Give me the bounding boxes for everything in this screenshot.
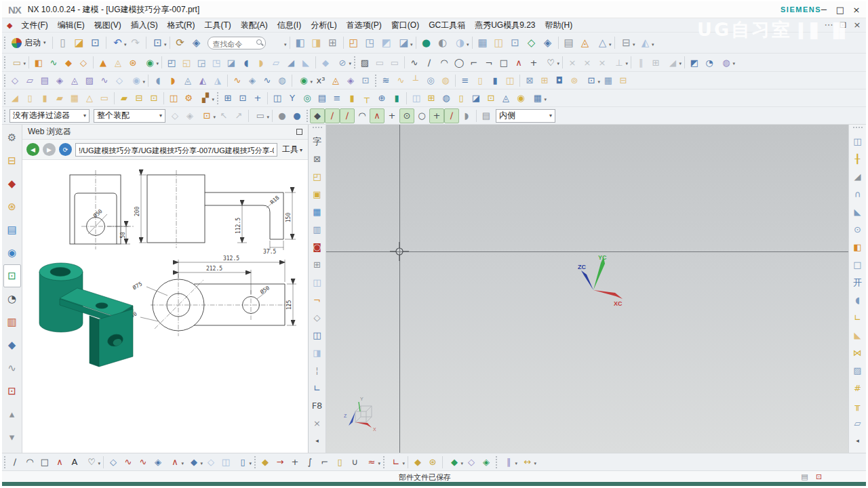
toolbar-icon[interactable]: + [288,455,302,470]
save-icon[interactable]: ⊡ [87,35,104,51]
expression-icon[interactable]: x³ [313,73,328,88]
toolbar-icon[interactable]: ⊟ [616,73,631,88]
back-button[interactable]: ◀ [26,143,39,156]
toolbar-icon[interactable]: ◫ [166,91,181,106]
toolbar-icon[interactable]: ≡ [458,73,473,88]
toolbar-icon[interactable]: ▭ [372,55,387,70]
toolbar-icon[interactable]: ◈ [151,455,165,470]
toolbar-icon[interactable]: ◇ [167,108,182,123]
toolbar-icon[interactable]: ◬ [498,91,513,106]
toolbar-icon[interactable]: ◬ [111,55,125,70]
toolbar-icon[interactable]: ◧ [850,238,865,256]
sketch-axis-icon[interactable]: ∟ [387,455,406,470]
toolbar-icon[interactable]: ◖ [850,291,865,308]
menu-window[interactable]: 窗口(O) [387,18,424,33]
fit-view-icon[interactable]: ⊞ [325,35,341,51]
toolbar-icon[interactable]: ▭ [387,55,402,70]
snap-grid-icon[interactable]: + [429,108,444,123]
forward-button[interactable]: ▶ [43,143,56,156]
datum-plane-icon[interactable]: ▭ [7,55,26,70]
menu-view[interactable]: 视图(V) [90,18,126,33]
toolbar-icon[interactable]: ▨ [850,361,865,379]
toolbar-icon[interactable]: ▦ [67,91,82,106]
toolbar-icon[interactable]: ◑ [451,35,470,51]
point-icon[interactable]: + [526,55,541,70]
menu-preferences[interactable]: 首选项(P) [342,18,387,33]
constraint-navigator-icon[interactable]: ◆ [3,172,21,195]
toolbar-icon[interactable]: ◇ [524,35,540,51]
polyline-icon[interactable]: ∧ [511,55,526,70]
toolbar-icon[interactable]: ∥ [633,55,648,70]
toolbar-icon[interactable]: ⊞ [310,256,325,273]
toolbar-icon[interactable]: ↖ [216,108,231,123]
clip-section-icon[interactable]: ▤ [479,108,494,123]
toolbar-icon[interactable]: ◫ [310,273,325,291]
toolbar-icon[interactable]: ◇ [310,308,325,326]
mdi-close-icon[interactable]: × [852,20,862,29]
toolbar-icon[interactable]: ◈ [479,455,494,470]
part-navigator-icon[interactable]: ⊛ [3,195,21,218]
f8-view-icon[interactable]: F8 [310,396,325,414]
toolbar-icon[interactable]: ▯ [332,455,347,470]
menu-insert[interactable]: 插入(S) [126,18,163,33]
tools-menu-button[interactable]: 工具 [281,144,304,155]
view-orient-icon[interactable]: ◧ [292,35,309,51]
toolbar-icon[interactable]: ◬ [577,35,593,51]
toolbar-icon[interactable]: ▯ [22,91,37,106]
roles-icon[interactable]: ⚙ [3,126,21,149]
toolbar-icon[interactable]: ◇ [112,73,127,88]
toolbar-icon[interactable]: ◨ [310,344,325,361]
toolbar-icon[interactable]: ∿ [97,73,112,88]
menu-assembly[interactable]: 装配(A) [236,18,273,33]
redo-icon[interactable]: ↷ [127,35,144,51]
snap-center-icon[interactable]: ⊙ [399,108,414,123]
toolbar-icon[interactable]: ⊟ [132,91,146,106]
toolbar-icon[interactable]: ◈ [343,73,358,88]
toolbar-icon[interactable]: ┬ [359,91,374,106]
toolbar-icon[interactable]: ◇ [106,455,121,470]
toolbar-icon[interactable]: ◲ [194,55,209,70]
user-tools-icon[interactable]: ◆ [3,333,21,357]
window-icon[interactable]: ⊡ [3,380,21,403]
chamfer-icon[interactable]: ¬ [481,55,496,70]
fillet-icon[interactable]: ⌐ [467,55,481,70]
toolbar-icon[interactable]: × [595,55,610,70]
toolbar-icon[interactable]: ◘ [552,73,567,88]
assembly-navigator-icon[interactable]: ⊟ [3,149,21,172]
toolbar-icon[interactable]: ◫ [502,73,517,88]
toolbar-icon[interactable]: ⊕ [374,91,389,106]
snap-tangent-icon[interactable]: ∕ [444,108,459,123]
toolbar-icon[interactable]: ⊥ [610,55,629,70]
arc-icon[interactable]: ◠ [22,455,37,470]
toolbar-icon[interactable]: ◍ [717,55,736,70]
toolbar-icon[interactable]: ≡ [330,91,344,106]
snap-arc-icon[interactable]: ◠ [355,108,370,123]
toolbar-icon[interactable]: ⊡ [582,73,601,88]
toolbar-icon[interactable]: ◈ [52,73,67,88]
toolbar-icon[interactable]: ◢ [663,55,682,70]
toolbar-icon[interactable]: ∿ [136,455,151,470]
arc-icon[interactable]: ◠ [437,55,452,70]
toolbar-icon[interactable]: ▱ [269,55,283,70]
toolbar-icon[interactable]: ¬ [310,291,325,308]
toolbar-icon[interactable]: △ [82,91,97,106]
toolbar-icon[interactable]: ♡ [82,455,101,470]
toolbar-icon[interactable]: ⊡ [358,73,373,88]
toolbar-icon[interactable]: × [310,414,325,432]
toolbar-icon[interactable]: × [565,55,580,70]
toolbar-icon[interactable]: 开 [850,273,865,291]
toolbar-icon[interactable]: ▱ [22,73,37,88]
toolbar-icon[interactable]: ⊛ [425,455,440,470]
toolbar-icon[interactable]: ◣ [850,203,865,220]
snap-intersection-icon[interactable]: ∧ [370,108,384,123]
toolbar-icon[interactable]: ╥ [850,396,865,414]
toolbar-icon[interactable]: ⊡ [146,91,161,106]
toolbar-icon[interactable]: ◐ [435,35,451,51]
inside-select[interactable]: 内侧▾ [496,109,555,123]
sketch-icon[interactable]: ∿ [46,55,61,70]
toolbar-icon[interactable]: ▮ [37,91,52,106]
snap-endpoint-icon[interactable]: ∕ [325,108,340,123]
toolbar-icon[interactable]: ⌐ [317,455,332,470]
rectangle-icon[interactable]: □ [37,455,52,470]
toolbar-icon[interactable]: ◍ [275,73,290,88]
